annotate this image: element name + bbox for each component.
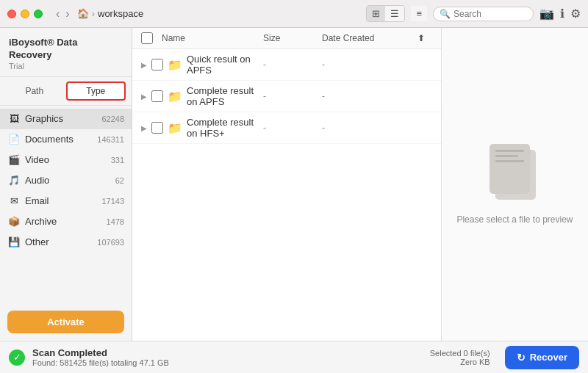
selected-size-label: Zero KB xyxy=(460,358,490,366)
sidebar-item-video[interactable]: 🎬 Video 331 xyxy=(0,150,132,170)
file-list-header: Name Size Date Created ⬆ xyxy=(132,28,441,49)
preview-text: Please select a file to preview xyxy=(449,214,580,225)
other-label: Other xyxy=(25,236,97,247)
sidebar-list: 🖼 Graphics 62248 📄 Documents 146311 🎬 Vi… xyxy=(0,106,132,303)
graphics-icon: 🖼 xyxy=(7,112,21,126)
view-list-button[interactable]: ☰ xyxy=(385,6,404,21)
minimize-button[interactable] xyxy=(21,10,29,18)
archive-label: Archive xyxy=(25,216,107,227)
row-checkbox-1[interactable] xyxy=(151,90,163,102)
table-row[interactable]: ▶ 📁 Complete result on APFS - - xyxy=(132,81,441,112)
nav-buttons: ‹ › xyxy=(54,7,71,21)
recover-label: Recover xyxy=(530,352,567,363)
table-row[interactable]: ▶ 📁 Quick result on APFS - - xyxy=(132,49,441,81)
email-count: 17143 xyxy=(101,197,124,206)
breadcrumb-workspace: workspace xyxy=(98,8,143,19)
info-icon-button[interactable]: ℹ xyxy=(560,7,564,21)
recover-button[interactable]: ↻ Recover xyxy=(505,346,579,369)
col-name-label: Name xyxy=(162,33,185,43)
search-icon: 🔍 xyxy=(440,9,451,19)
email-label: Email xyxy=(25,195,101,206)
file-browser: Name Size Date Created ⬆ ▶ 📁 Quick resul… xyxy=(132,28,441,341)
row-date-1: - xyxy=(322,91,410,101)
graphics-label: Graphics xyxy=(25,113,101,124)
documents-label: Documents xyxy=(25,134,97,145)
scan-details-label: Found: 581425 file(s) totaling 47.1 GB xyxy=(32,358,423,367)
sidebar-item-audio[interactable]: 🎵 Audio 62 xyxy=(0,170,132,191)
search-box: 🔍 xyxy=(433,7,534,21)
sidebar-item-documents[interactable]: 📄 Documents 146311 xyxy=(0,129,132,150)
folder-icon-0: 📁 xyxy=(168,58,182,72)
status-right: Selected 0 file(s) Zero KB xyxy=(430,349,490,366)
row-date-0: - xyxy=(322,59,410,70)
row-size-0: - xyxy=(263,59,322,70)
maximize-button[interactable] xyxy=(34,10,43,18)
expand-icon-1: ▶ xyxy=(141,93,148,101)
audio-count: 62 xyxy=(115,176,124,185)
traffic-lights xyxy=(7,10,43,18)
toolbar-icons: 📷 ℹ ⚙ xyxy=(539,7,581,21)
col-extra-header: ⬆ xyxy=(410,33,432,43)
sidebar-item-graphics[interactable]: 🖼 Graphics 62248 xyxy=(0,109,132,129)
other-count: 107693 xyxy=(97,238,124,247)
row-checkbox-2[interactable] xyxy=(151,122,163,134)
selected-files-label: Selected 0 file(s) xyxy=(430,349,490,358)
graphics-count: 62248 xyxy=(101,115,124,123)
activate-button[interactable]: Activate xyxy=(7,311,124,333)
preview-panel: Please select a file to preview xyxy=(441,28,588,341)
view-toggle: ⊞ ☰ xyxy=(366,5,405,22)
audio-label: Audio xyxy=(25,175,115,186)
video-icon: 🎬 xyxy=(7,153,21,167)
recover-icon: ↻ xyxy=(517,352,526,363)
row-size-1: - xyxy=(263,91,322,101)
app-title: iBoysoft® Data Recovery xyxy=(9,37,123,62)
tab-type[interactable]: Type xyxy=(66,82,126,101)
file-list: ▶ 📁 Quick result on APFS - - ▶ 📁 Complet… xyxy=(132,49,441,341)
view-grid-button[interactable]: ⊞ xyxy=(367,6,385,21)
archive-icon: 📦 xyxy=(7,215,21,228)
expand-icon-0: ▶ xyxy=(141,61,148,69)
camera-icon-button[interactable]: 📷 xyxy=(539,7,554,21)
archive-count: 1478 xyxy=(107,217,124,226)
row-name-2: Complete result on HFS+ xyxy=(187,117,263,139)
sidebar-item-archive[interactable]: 📦 Archive 1478 xyxy=(0,211,132,232)
email-icon: ✉ xyxy=(7,195,21,208)
video-count: 331 xyxy=(111,156,124,164)
trial-label: Trial xyxy=(9,62,123,70)
tab-row: Path Type xyxy=(0,77,132,106)
main-layout: iBoysoft® Data Recovery Trial Path Type … xyxy=(0,28,588,341)
sidebar-item-email[interactable]: ✉ Email 17143 xyxy=(0,191,132,211)
status-text-area: Scan Completed Found: 581425 file(s) tot… xyxy=(32,347,423,367)
tab-path[interactable]: Path xyxy=(6,82,63,101)
export-icon: ⬆ xyxy=(417,33,425,43)
folder-icon-2: 📁 xyxy=(168,121,182,135)
settings-icon-button[interactable]: ⚙ xyxy=(570,7,581,21)
other-icon: 💾 xyxy=(7,236,21,249)
sidebar-item-other[interactable]: 💾 Other 107693 xyxy=(0,232,132,253)
nav-back-button[interactable]: ‹ xyxy=(54,7,61,21)
toolbar-right: ⊞ ☰ ≡ 🔍 📷 ℹ ⚙ xyxy=(366,5,581,22)
scan-complete-icon: ✓ xyxy=(9,350,25,366)
titlebar: ‹ › 🏠 › workspace ⊞ ☰ ≡ 🔍 📷 ℹ ⚙ xyxy=(0,0,588,28)
col-name-header: Name xyxy=(141,32,263,44)
expand-icon-2: ▶ xyxy=(141,124,148,132)
col-size-label: Size xyxy=(263,33,280,43)
app-header: iBoysoft® Data Recovery Trial xyxy=(0,28,132,77)
row-name-0: Quick result on APFS xyxy=(187,54,263,76)
close-button[interactable] xyxy=(7,10,16,18)
table-row[interactable]: ▶ 📁 Complete result on HFS+ - - xyxy=(132,112,441,144)
row-checkbox-0[interactable] xyxy=(151,59,163,70)
row-size-2: - xyxy=(263,123,322,133)
row-name-1: Complete result on APFS xyxy=(187,85,263,107)
sidebar: iBoysoft® Data Recovery Trial Path Type … xyxy=(0,28,132,341)
audio-icon: 🎵 xyxy=(7,174,21,187)
documents-count: 146311 xyxy=(97,135,124,144)
filter-button[interactable]: ≡ xyxy=(411,6,427,21)
preview-icon-area xyxy=(490,144,541,203)
select-all-checkbox[interactable] xyxy=(141,32,153,44)
search-input[interactable] xyxy=(453,9,527,19)
row-date-2: - xyxy=(322,123,410,133)
documents-icon: 📄 xyxy=(7,133,21,146)
nav-forward-button[interactable]: › xyxy=(64,7,71,21)
scan-completed-label: Scan Completed xyxy=(32,347,423,358)
